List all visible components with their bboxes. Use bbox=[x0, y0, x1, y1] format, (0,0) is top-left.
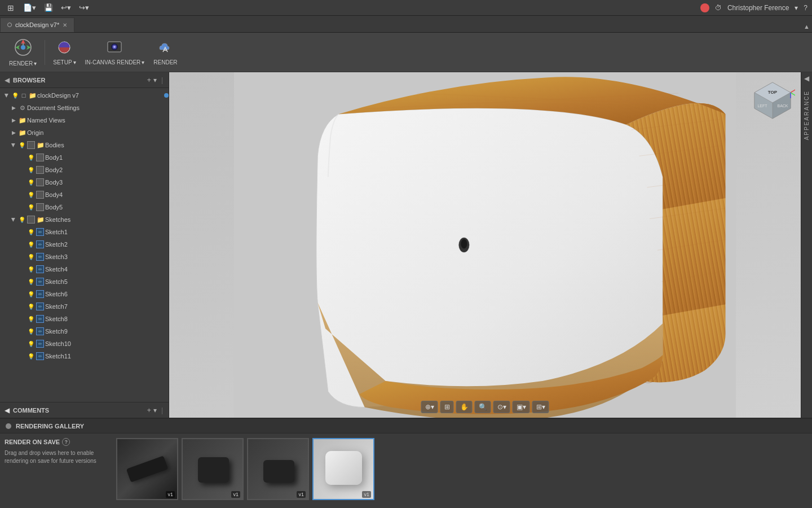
browser-add-button[interactable]: + bbox=[147, 76, 151, 84]
tree-item-sketch7[interactable]: 💡 ✏ Sketch7 bbox=[0, 300, 169, 313]
body3-eye[interactable]: 💡 bbox=[27, 179, 35, 186]
tree-item-body2[interactable]: 💡 Body2 bbox=[0, 164, 169, 176]
help-button[interactable]: ? bbox=[804, 4, 807, 12]
nav-cube[interactable]: TOP BACK LEFT bbox=[750, 78, 795, 123]
tree-item-body1[interactable]: 💡 Body1 bbox=[0, 151, 169, 164]
tree-item-origin[interactable]: ▶ 📁 Origin bbox=[0, 126, 169, 139]
tree-item-sketch2[interactable]: 💡 ✏ Sketch2 bbox=[0, 238, 169, 251]
tab-close-button[interactable]: ✕ bbox=[63, 22, 67, 28]
sketch3-eye[interactable]: 💡 bbox=[27, 254, 35, 260]
browser-collapse-button[interactable]: ◀ bbox=[5, 76, 10, 84]
sketches-eye[interactable]: 💡 bbox=[18, 217, 26, 223]
body5-vis-box[interactable] bbox=[36, 203, 44, 211]
sketch10-eye[interactable]: 💡 bbox=[27, 341, 35, 347]
thumbnail-3[interactable]: v1 bbox=[247, 438, 309, 500]
tree-item-sketch10[interactable]: 💡 ✏ Sketch10 bbox=[0, 338, 169, 350]
tree-item-sketch6[interactable]: 💡 ✏ Sketch6 bbox=[0, 288, 169, 300]
thumbnail-2-label: v1 bbox=[231, 491, 240, 498]
viewport-display-button[interactable]: ▣▾ bbox=[513, 401, 530, 413]
browser-settings-button[interactable]: ▾ bbox=[153, 76, 157, 84]
right-panel-collapse-button[interactable]: ◀ bbox=[802, 72, 811, 85]
tree-item-sketch3[interactable]: 💡 ✏ Sketch3 bbox=[0, 251, 169, 263]
thumbnail-1[interactable]: v1 bbox=[116, 438, 178, 500]
sketch1-eye[interactable]: 💡 bbox=[27, 229, 35, 235]
sketch5-eye[interactable]: 💡 bbox=[27, 279, 35, 285]
record-icon[interactable] bbox=[700, 3, 709, 12]
sketch8-eye[interactable]: 💡 bbox=[27, 316, 35, 322]
body5-eye[interactable]: 💡 bbox=[27, 204, 35, 211]
tree-item-document-settings[interactable]: ▶ ⚙ Document Settings bbox=[0, 102, 169, 114]
sketch9-eye[interactable]: 💡 bbox=[27, 329, 35, 335]
root-eye-icon[interactable]: 💡 bbox=[11, 93, 19, 99]
body4-eye[interactable]: 💡 bbox=[27, 192, 35, 198]
sketch7-eye[interactable]: 💡 bbox=[27, 304, 35, 310]
gallery-title: RENDERING GALLERY bbox=[16, 423, 84, 430]
cloud-render-button[interactable]: RENDER bbox=[150, 36, 180, 69]
right-panel: ◀ APPEARANCE bbox=[801, 72, 812, 418]
user-name[interactable]: Christopher Ference bbox=[727, 4, 789, 12]
render-dropdown-button[interactable]: RENDER▾ bbox=[6, 36, 40, 69]
sketch11-label: Sketch11 bbox=[45, 353, 169, 360]
comments-add-button[interactable]: + bbox=[147, 406, 151, 414]
tab-expand-icon[interactable]: ▲ bbox=[801, 21, 812, 32]
render-on-save-text: Drag and drop views here to enable rende… bbox=[5, 449, 112, 465]
svg-line-33 bbox=[791, 93, 795, 96]
sketches-expand: ▶ bbox=[11, 215, 16, 224]
file-menu-button[interactable]: 📄▾ bbox=[20, 2, 39, 13]
sketch11-eye[interactable]: 💡 bbox=[27, 353, 35, 360]
bodies-eye-icon[interactable]: 💡 bbox=[18, 142, 26, 148]
in-canvas-render-button[interactable]: IN-CANVAS RENDER▾ bbox=[82, 36, 148, 69]
tree-item-sketches[interactable]: ▶ 💡 📁 Sketches bbox=[0, 213, 169, 226]
comments-resize-handle[interactable]: | bbox=[160, 406, 164, 414]
setup-appearance-button[interactable]: SETUP▾ bbox=[50, 36, 79, 69]
user-dropdown-arrow[interactable]: ▾ bbox=[795, 4, 798, 12]
sketches-vis-box[interactable] bbox=[27, 216, 35, 224]
top-right: ⏱ Christopher Ference ▾ ? bbox=[700, 3, 807, 12]
tree-item-sketch11[interactable]: 💡 ✏ Sketch11 bbox=[0, 350, 169, 362]
tree-item-body5[interactable]: 💡 Body5 bbox=[0, 201, 169, 213]
active-tab[interactable]: clockDesign v7* ✕ bbox=[0, 17, 74, 32]
comments-collapse-button[interactable]: ◀ bbox=[5, 406, 10, 414]
tree-item-sketch9[interactable]: 💡 ✏ Sketch9 bbox=[0, 325, 169, 338]
sketch2-eye[interactable]: 💡 bbox=[27, 242, 35, 248]
render-on-save-info-button[interactable]: ? bbox=[62, 438, 70, 446]
bodies-vis-box[interactable] bbox=[27, 141, 35, 149]
comments-expand-button[interactable]: ▾ bbox=[153, 406, 157, 414]
body3-vis-box[interactable] bbox=[36, 178, 44, 186]
timer-icon[interactable]: ⏱ bbox=[715, 4, 722, 12]
sketch6-eye[interactable]: 💡 bbox=[27, 291, 35, 297]
body1-vis-box[interactable] bbox=[36, 154, 44, 161]
body2-vis-box[interactable] bbox=[36, 166, 44, 174]
body1-eye[interactable]: 💡 bbox=[27, 155, 35, 161]
tree-item-bodies[interactable]: ▶ 💡 📁 Bodies bbox=[0, 139, 169, 151]
app-grid-icon[interactable]: ⊞ bbox=[5, 2, 17, 14]
thumbnail-2[interactable]: v1 bbox=[182, 438, 244, 500]
tree-root[interactable]: ▶ 💡 □ 📁 clockDesign v7 bbox=[0, 89, 169, 102]
thumbnail-4[interactable]: v1 bbox=[312, 438, 374, 500]
model-container bbox=[169, 72, 801, 418]
redo-button[interactable]: ↪▾ bbox=[76, 2, 92, 13]
viewport-frame-button[interactable]: ⊞ bbox=[440, 401, 454, 413]
named-views-label: Named Views bbox=[27, 117, 169, 124]
sketch4-eye[interactable]: 💡 bbox=[27, 266, 35, 273]
viewport-lookat-button[interactable]: ⊙▾ bbox=[493, 401, 510, 413]
tree-item-named-views[interactable]: ▶ 📁 Named Views bbox=[0, 114, 169, 126]
viewport-pan-button[interactable]: ✋ bbox=[456, 401, 473, 413]
viewport-transform-button[interactable]: ⊕▾ bbox=[421, 401, 438, 413]
save-button[interactable]: 💾 bbox=[41, 2, 56, 13]
bodies-label: Bodies bbox=[45, 142, 169, 148]
tree-item-sketch4[interactable]: 💡 ✏ Sketch4 bbox=[0, 263, 169, 275]
browser-resize-handle[interactable]: | bbox=[160, 76, 164, 84]
tree-item-sketch5[interactable]: 💡 ✏ Sketch5 bbox=[0, 275, 169, 288]
viewport-grid-button[interactable]: ⊞▾ bbox=[532, 401, 549, 413]
undo-button[interactable]: ↩▾ bbox=[58, 2, 74, 13]
tree-item-sketch8[interactable]: 💡 ✏ Sketch8 bbox=[0, 313, 169, 325]
tree-item-body4[interactable]: 💡 Body4 bbox=[0, 189, 169, 201]
sketch9-label: Sketch9 bbox=[45, 328, 169, 335]
body2-eye[interactable]: 💡 bbox=[27, 167, 35, 173]
viewport[interactable]: TOP BACK LEFT ⊕▾ ⊞ ✋ 🔍 ⊙▾ bbox=[169, 72, 801, 418]
viewport-zoom-button[interactable]: 🔍 bbox=[475, 401, 491, 413]
tree-item-body3[interactable]: 💡 Body3 bbox=[0, 176, 169, 189]
tree-item-sketch1[interactable]: 💡 ✏ Sketch1 bbox=[0, 226, 169, 238]
body4-vis-box[interactable] bbox=[36, 191, 44, 199]
